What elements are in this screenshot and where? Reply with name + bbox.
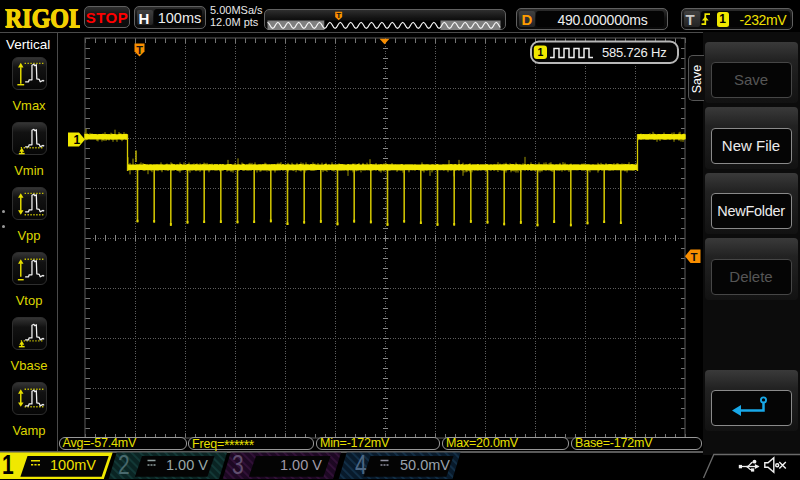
svg-text:585.726 Hz: 585.726 Hz xyxy=(602,45,667,60)
svg-text:1: 1 xyxy=(74,133,81,147)
svg-text:1: 1 xyxy=(538,46,544,58)
svg-text:T: T xyxy=(136,44,143,56)
svg-text:T: T xyxy=(690,251,697,263)
